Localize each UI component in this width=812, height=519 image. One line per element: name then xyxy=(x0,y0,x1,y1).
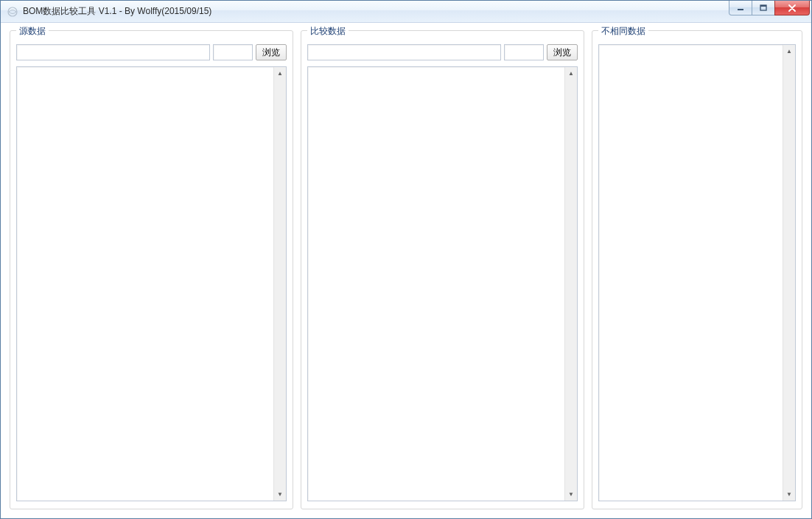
compare-path-input[interactable] xyxy=(307,44,501,60)
maximize-icon xyxy=(760,4,767,11)
diff-data-group: 不相同数据 ▲ ▼ xyxy=(592,30,802,509)
maximize-button[interactable] xyxy=(752,1,775,15)
source-textarea[interactable]: ▲ ▼ xyxy=(16,66,287,501)
scroll-down-icon[interactable]: ▼ xyxy=(274,488,286,501)
app-icon xyxy=(7,6,18,18)
compare-browse-button[interactable]: 浏览 xyxy=(547,44,578,60)
scroll-down-icon[interactable]: ▼ xyxy=(783,488,795,501)
close-icon xyxy=(788,4,797,12)
diff-textarea-content xyxy=(599,45,783,501)
svg-point-0 xyxy=(8,7,17,16)
scroll-down-icon[interactable]: ▼ xyxy=(565,488,577,501)
compare-data-group: 比较数据 浏览 ▲ ▼ xyxy=(301,30,584,509)
svg-rect-3 xyxy=(760,5,766,7)
source-scrollbar[interactable]: ▲ ▼ xyxy=(273,67,286,501)
compare-scrollbar[interactable]: ▲ ▼ xyxy=(564,67,577,501)
svg-rect-1 xyxy=(738,9,743,10)
window-controls xyxy=(729,1,810,22)
source-path-input[interactable] xyxy=(16,44,210,60)
close-button[interactable] xyxy=(774,1,810,15)
source-small-input[interactable] xyxy=(213,44,253,60)
titlebar[interactable]: BOM数据比较工具 V1.1 - By Wolffy(2015/09/15) xyxy=(1,1,811,23)
app-window: BOM数据比较工具 V1.1 - By Wolffy(2015/09/15) xyxy=(0,0,812,519)
compare-legend: 比较数据 xyxy=(307,25,349,38)
diff-textarea[interactable]: ▲ ▼ xyxy=(598,44,796,501)
minimize-button[interactable] xyxy=(729,1,752,15)
compare-textarea[interactable]: ▲ ▼ xyxy=(307,66,578,501)
compare-small-input[interactable] xyxy=(504,44,544,60)
client-area: 源数据 浏览 ▲ ▼ 比较数据 浏览 xyxy=(1,23,811,518)
window-title: BOM数据比较工具 V1.1 - By Wolffy(2015/09/15) xyxy=(23,5,729,18)
source-input-row: 浏览 xyxy=(16,44,287,60)
source-legend: 源数据 xyxy=(16,25,49,38)
minimize-icon xyxy=(737,5,744,11)
scroll-up-icon[interactable]: ▲ xyxy=(274,67,286,80)
compare-input-row: 浏览 xyxy=(307,44,578,60)
compare-textarea-content xyxy=(308,67,564,501)
source-browse-button[interactable]: 浏览 xyxy=(256,44,287,60)
diff-scrollbar[interactable]: ▲ ▼ xyxy=(783,45,795,501)
scroll-up-icon[interactable]: ▲ xyxy=(783,45,795,58)
source-textarea-content xyxy=(17,67,273,501)
source-data-group: 源数据 浏览 ▲ ▼ xyxy=(10,30,293,509)
scroll-up-icon[interactable]: ▲ xyxy=(565,67,577,80)
diff-legend: 不相同数据 xyxy=(598,25,648,38)
